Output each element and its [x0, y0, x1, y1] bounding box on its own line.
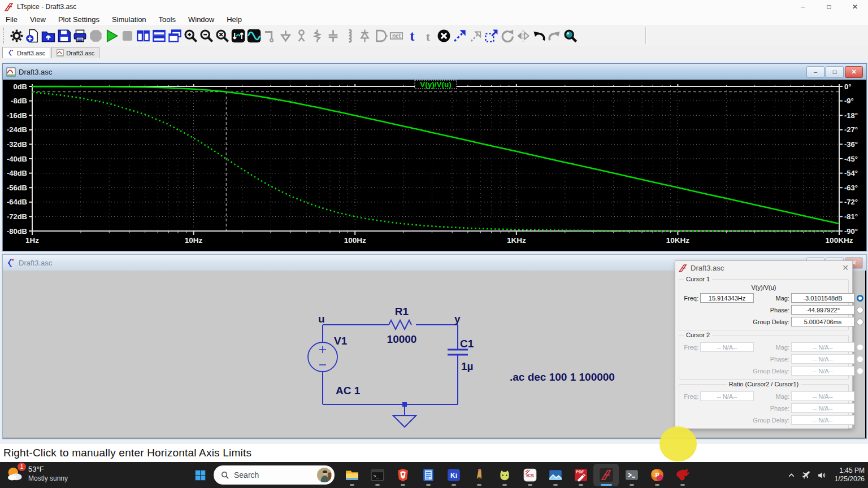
svg-text:KS: KS [526, 472, 534, 478]
cat-app-icon [497, 468, 512, 482]
drag-icon[interactable] [483, 28, 499, 43]
minimize-button[interactable]: – [790, 0, 816, 14]
cursor2-mag-radio[interactable] [857, 344, 863, 351]
mirror-icon[interactable] [515, 28, 531, 43]
cursor1-mag-radio[interactable] [857, 295, 863, 302]
open-file-icon[interactable] [40, 28, 56, 43]
cursor1-phase-field[interactable]: -44.997922° [791, 305, 854, 315]
airplane-icon[interactable] [802, 470, 811, 480]
search-placeholder: Search [234, 470, 259, 480]
autorange-y-icon[interactable] [230, 28, 246, 43]
plot-restore-button[interactable]: □ [826, 66, 844, 78]
menu-tools[interactable]: Tools [159, 15, 176, 24]
net-name-icon[interactable]: net [388, 28, 404, 43]
cursor-dialog-titlebar[interactable]: Draft3.asc ✕ [675, 261, 852, 274]
taskbar-app-power-sphere-app[interactable]: P [644, 464, 670, 486]
menu-view[interactable]: View [30, 15, 46, 24]
document-tabbar: Draft3.asc Draft3.asc [0, 46, 868, 59]
find-icon[interactable] [452, 28, 467, 43]
net-label-icon[interactable] [293, 28, 309, 43]
save-icon[interactable] [56, 28, 72, 43]
cascade-windows-icon[interactable] [167, 28, 183, 43]
taskbar-app-krita[interactable] [670, 464, 695, 486]
taskbar-app-file-explorer[interactable] [339, 464, 364, 486]
taskbar-app-pdf-editor[interactable]: PDF [568, 464, 593, 486]
fft-icon[interactable] [246, 28, 262, 43]
weather-widget[interactable]: 1 53°F Mostly sunny [6, 465, 68, 483]
zoom-extents-icon[interactable] [214, 28, 230, 43]
taskbar-app-ltspice[interactable] [593, 464, 619, 486]
component-icon[interactable] [372, 28, 388, 43]
taskbar-app-notepad[interactable] [415, 464, 441, 486]
redo-icon[interactable] [546, 28, 562, 43]
bode-plot-area[interactable]: 0dB0°-8dB-9°-16dB-18°-24dB-27°-32dB-36°-… [3, 80, 865, 250]
volume-icon[interactable] [817, 470, 827, 480]
inductor-icon[interactable] [341, 28, 357, 43]
toolbar-separator [645, 27, 646, 44]
taskbar-app-kicad[interactable]: Ki [441, 464, 466, 486]
spice-directive-icon[interactable]: t [420, 28, 436, 43]
ground-icon[interactable] [277, 28, 293, 43]
taskbar-app-terminal[interactable]: >_ [364, 464, 390, 486]
cursor1-freq-field[interactable]: 15.914343Hz [700, 293, 754, 303]
capacitor-icon[interactable] [325, 28, 341, 43]
start-button[interactable] [189, 464, 211, 486]
tile-vertical-icon[interactable] [135, 28, 151, 43]
taskbar-app-keyshot[interactable]: KS [517, 464, 542, 486]
waveform-window-titlebar[interactable]: Draft3.asc – □ ✕ [3, 64, 866, 80]
ltspice-logo-icon [679, 264, 687, 272]
diode-icon[interactable] [357, 28, 372, 43]
undo-icon[interactable] [531, 28, 546, 43]
find-next-icon[interactable] [467, 28, 483, 43]
zoom-in-icon[interactable] [183, 28, 198, 43]
cursor1-groupdelay-field[interactable]: 5.0004706ms [791, 317, 854, 326]
app-titlebar: LTspice - Draft3.asc – □ ✕ [0, 0, 868, 14]
pause-icon[interactable] [119, 28, 135, 43]
ratio-group: Ratio (Cursor2 / Cursor1) Freq: -- N/A--… [679, 384, 849, 429]
cursor2-groupdelay-radio[interactable] [857, 368, 863, 374]
clock[interactable]: 1:45 PM 1/25/2026 [835, 467, 865, 483]
resistor-icon[interactable] [309, 28, 325, 43]
rotate-icon[interactable] [499, 28, 515, 43]
cursor1-phase-radio[interactable] [857, 307, 863, 313]
draw-wire-icon[interactable] [262, 28, 277, 43]
control-panel-gear-icon[interactable] [8, 28, 24, 43]
taskbar-app-cat-app[interactable] [492, 464, 517, 486]
phase_deg-trace [32, 92, 839, 231]
schematic-label: u [318, 313, 325, 325]
plot-close-button[interactable]: ✕ [845, 66, 863, 78]
zoom-out-icon[interactable] [198, 28, 214, 43]
cursor1-mag-field[interactable]: -3.0101548dB [791, 293, 854, 303]
svg-text:100KHz: 100KHz [826, 236, 853, 245]
menu-plot-settings[interactable]: Plot Settings [58, 15, 99, 24]
svg-text:-56dB: -56dB [7, 184, 27, 192]
taskbar-app-powershell[interactable] [619, 464, 644, 486]
taskbar-app-brave-browser[interactable] [390, 464, 415, 486]
new-schematic-icon[interactable] [24, 28, 40, 43]
tab-draft3-schematic[interactable]: Draft3.asc [2, 47, 50, 58]
menu-help[interactable]: Help [227, 15, 242, 24]
menu-simulation[interactable]: Simulation [112, 15, 146, 24]
run-icon[interactable] [103, 28, 119, 43]
taskbar-app-pencil-app[interactable] [466, 464, 492, 486]
menu-file[interactable]: File [6, 15, 18, 24]
cursor1-groupdelay-radio[interactable] [857, 319, 863, 325]
tray-chevron-icon[interactable] [787, 470, 796, 480]
plot-minimize-button[interactable]: – [806, 66, 824, 78]
halt-icon[interactable] [88, 28, 103, 43]
cursor2-phase-radio[interactable] [857, 356, 863, 363]
print-icon[interactable] [72, 28, 88, 43]
text-icon[interactable]: t [404, 28, 420, 43]
search-box[interactable]: Search [214, 465, 335, 485]
weather-icon: 1 [6, 465, 24, 483]
delete-icon[interactable] [436, 28, 452, 43]
svg-text:PDF: PDF [576, 470, 584, 474]
search-schematic-icon[interactable] [562, 28, 578, 43]
maximize-button[interactable]: □ [816, 0, 842, 14]
tab-draft3-waveform[interactable]: Draft3.asc [51, 47, 99, 58]
close-button[interactable]: ✕ [842, 0, 868, 14]
taskbar-app-photos[interactable] [542, 464, 568, 486]
menu-window[interactable]: Window [188, 15, 214, 24]
tile-horizontal-icon[interactable] [151, 28, 167, 43]
cursor-dialog-close-icon[interactable]: ✕ [842, 263, 849, 272]
